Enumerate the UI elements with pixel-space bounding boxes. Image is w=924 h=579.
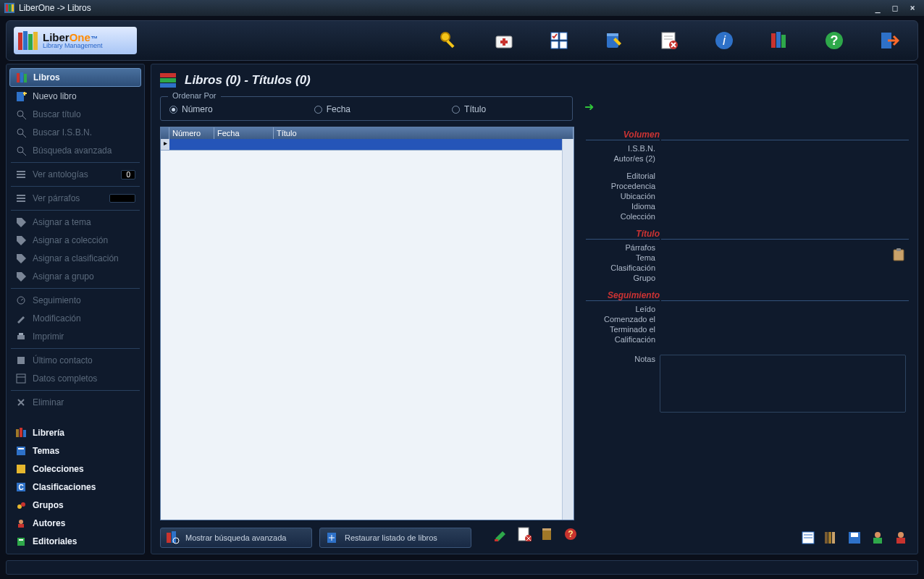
svg-rect-15 (551, 41, 558, 48)
sidebar-item-eliminar: Eliminar (9, 394, 141, 411)
nav-librería[interactable]: Librería (9, 424, 141, 441)
nav-clasificaciones[interactable]: CClasificaciones (9, 478, 141, 496)
sidebar-item-ver-antolog-as: Ver antologías0 (9, 166, 141, 183)
col-fecha[interactable]: Fecha (214, 127, 274, 139)
nav-editoriales[interactable]: Editoriales (9, 533, 141, 550)
book-plus-icon (15, 90, 27, 102)
nav-label: Editoriales (33, 536, 77, 546)
svg-rect-68 (160, 78, 176, 83)
sort-radio-título[interactable]: Título (452, 104, 486, 114)
user-icon[interactable] (870, 530, 886, 546)
book-edit-icon[interactable] (603, 30, 625, 51)
key-icon[interactable] (438, 30, 460, 51)
sidebar-item-asignar-a-tema: Asignar a tema (9, 214, 141, 231)
svg-rect-14 (560, 33, 567, 40)
detail-value (660, 212, 909, 221)
detail-label: Autor/es (2) (586, 154, 660, 163)
contact-icon (15, 355, 27, 366)
sidebar-item-libros[interactable]: Libros (9, 68, 141, 87)
info-icon[interactable]: i (713, 30, 735, 51)
window-title: LiberOne -> Libros (19, 3, 91, 13)
medkit-icon[interactable] (493, 30, 515, 51)
sort-radio-número[interactable]: Número (169, 104, 213, 114)
svg-rect-65 (17, 538, 25, 546)
go-arrow-icon[interactable]: ➜ (584, 100, 594, 114)
detail-label: Calificación (586, 335, 660, 344)
nav-grupos[interactable]: Grupos (9, 496, 141, 514)
advanced-search-button[interactable]: Mostrar búsqueda avanzada (160, 528, 312, 548)
grid-body[interactable]: ▸ (161, 139, 562, 520)
svg-point-91 (875, 532, 881, 538)
svg-rect-57 (18, 448, 24, 449)
sidebar-item-b-squeda-avanzada: Búsqueda avanzada (9, 142, 141, 159)
data-grid[interactable]: Número Fecha Título ▸ (160, 127, 574, 520)
nav-temas[interactable]: Temas (9, 442, 141, 460)
grid-header: Número Fecha Título (161, 127, 574, 139)
clipboard-icon[interactable] (893, 248, 904, 261)
form-icon[interactable] (800, 530, 816, 546)
maximize-button[interactable]: □ (888, 3, 902, 13)
authors-icon (15, 517, 27, 529)
books-icon[interactable] (768, 30, 790, 51)
notes-box[interactable] (660, 355, 906, 413)
save-icon[interactable] (847, 530, 862, 546)
svg-rect-90 (851, 533, 858, 537)
sidebar-item-modificaci-n: Modificación (9, 310, 141, 327)
detail-value (660, 182, 909, 190)
svg-text:?: ? (568, 529, 573, 539)
book-icon[interactable] (539, 526, 555, 542)
exit-icon[interactable] (878, 30, 900, 51)
edit-icon[interactable] (493, 526, 509, 542)
sheet-delete-icon[interactable] (516, 526, 532, 542)
svg-rect-9 (446, 40, 454, 48)
grid-selected-row[interactable]: ▸ (161, 139, 562, 151)
sidebar-item-label: Libros (33, 72, 60, 83)
svg-text:?: ? (831, 33, 839, 48)
detail-label: Ubicación (586, 192, 660, 200)
svg-rect-2 (9, 4, 11, 12)
svg-rect-44 (17, 195, 25, 196)
svg-line-38 (22, 134, 26, 138)
detail-label: Editorial (586, 172, 660, 180)
sidebar-item-imprimir: Imprimir (9, 328, 141, 345)
search-icon (15, 145, 27, 156)
library-icon (15, 427, 27, 439)
col-numero[interactable]: Número (169, 127, 214, 139)
col-titulo[interactable]: Título (274, 127, 574, 139)
close-button[interactable]: × (905, 3, 920, 13)
help-small-icon[interactable]: ? (563, 526, 579, 542)
detail-value (660, 325, 909, 334)
minimize-button[interactable]: _ (870, 3, 885, 13)
restore-list-button[interactable]: Restaurar listado de libros (319, 528, 471, 548)
sort-radio-fecha[interactable]: Fecha (314, 104, 350, 114)
svg-point-8 (441, 33, 450, 41)
sort-group: Ordenar Por NúmeroFechaTítulo (160, 96, 573, 121)
shelf-icon[interactable] (823, 530, 839, 546)
detail-label: Terminado el (586, 325, 660, 334)
sidebar-item-label: Asignar a tema (33, 217, 91, 227)
sheet-delete-icon[interactable] (658, 30, 680, 51)
status-bar (6, 560, 918, 575)
person-icon[interactable] (893, 530, 909, 546)
svg-rect-66 (19, 539, 23, 541)
grid-scrollbar[interactable] (562, 139, 574, 520)
svg-point-35 (17, 111, 23, 117)
detail-value (660, 243, 909, 252)
detail-value (660, 253, 909, 262)
svg-rect-87 (828, 532, 831, 544)
help-icon[interactable]: ? (823, 30, 845, 51)
groups-icon (15, 499, 27, 511)
svg-rect-45 (17, 198, 25, 199)
svg-rect-18 (607, 33, 618, 36)
books-icon (16, 72, 28, 83)
sidebar-item-nuevo-libro[interactable]: Nuevo libro (9, 88, 141, 105)
svg-rect-1 (6, 4, 8, 12)
detail-value (660, 172, 909, 180)
checklist-icon[interactable] (548, 30, 570, 51)
nav-autores[interactable]: Autores (9, 515, 141, 532)
svg-rect-88 (832, 532, 835, 544)
sidebar: LibrosNuevo libroBuscar títuloBuscar I.S… (6, 64, 145, 554)
nav-colecciones[interactable]: Colecciones (9, 460, 141, 478)
titlebar: LiberOne -> Libros _ □ × (0, 0, 924, 16)
detail-label: Notas (586, 355, 660, 413)
